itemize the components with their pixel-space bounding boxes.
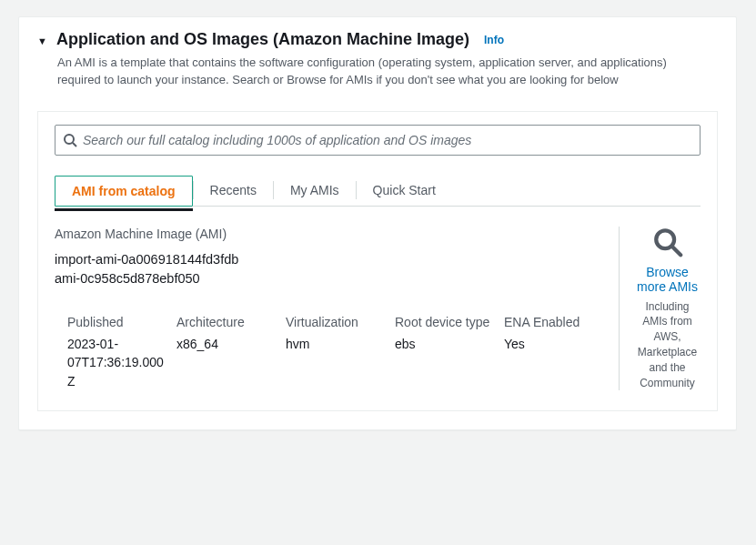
prop-root-device: Root device type ebs bbox=[395, 315, 495, 390]
ami-browse-panel: Browse more AMIs Including AMIs from AWS… bbox=[619, 227, 701, 391]
info-link[interactable]: Info bbox=[484, 34, 504, 46]
prop-label: ENA Enabled bbox=[504, 315, 604, 329]
ami-details: Amazon Machine Image (AMI) import-ami-0a… bbox=[55, 227, 604, 391]
prop-label: Virtualization bbox=[286, 315, 386, 329]
tab-recents[interactable]: Recents bbox=[194, 176, 273, 205]
tabs-row: AMI from catalog Recents My AMIs Quick S… bbox=[55, 176, 701, 207]
prop-label: Root device type bbox=[395, 315, 495, 329]
prop-label: Architecture bbox=[176, 315, 277, 329]
prop-value: Yes bbox=[504, 335, 604, 353]
ami-section-panel: ▼ Application and OS Images (Amazon Mach… bbox=[18, 16, 737, 430]
search-input[interactable] bbox=[83, 133, 692, 147]
tabs: AMI from catalog Recents My AMIs Quick S… bbox=[38, 159, 717, 207]
prop-value: 2023-01-07T17:36:19.000Z bbox=[67, 335, 167, 390]
svg-line-3 bbox=[671, 247, 680, 255]
prop-label: Published bbox=[67, 315, 167, 329]
prop-virtualization: Virtualization hvm bbox=[286, 315, 386, 390]
ami-body: Amazon Machine Image (AMI) import-ami-0a… bbox=[38, 207, 717, 411]
collapse-caret-icon[interactable]: ▼ bbox=[37, 36, 47, 46]
magnifier-icon bbox=[652, 227, 683, 257]
prop-value: ebs bbox=[395, 335, 495, 353]
ami-properties: Published 2023-01-07T17:36:19.000Z Archi… bbox=[55, 315, 604, 390]
tab-quick-start[interactable]: Quick Start bbox=[357, 176, 452, 205]
section-description: An AMI is a template that contains the s… bbox=[57, 55, 703, 89]
ami-content-box: AMI from catalog Recents My AMIs Quick S… bbox=[37, 111, 718, 412]
title-row[interactable]: ▼ Application and OS Images (Amazon Mach… bbox=[37, 30, 718, 49]
browse-subtext: Including AMIs from AWS, Marketplace and… bbox=[634, 299, 701, 391]
ami-name: import-ami-0a006918144fd3fdb bbox=[55, 250, 604, 270]
browse-more-amis-link[interactable]: Browse more AMIs bbox=[634, 265, 701, 294]
prop-architecture: Architecture x86_64 bbox=[176, 315, 277, 390]
search-icon bbox=[63, 133, 77, 147]
tab-ami-from-catalog[interactable]: AMI from catalog bbox=[55, 176, 193, 207]
svg-line-1 bbox=[73, 143, 76, 146]
prop-value: hvm bbox=[286, 335, 386, 353]
panel-header: ▼ Application and OS Images (Amazon Mach… bbox=[19, 17, 736, 98]
prop-ena: ENA Enabled Yes bbox=[504, 315, 604, 390]
prop-published: Published 2023-01-07T17:36:19.000Z bbox=[67, 315, 167, 390]
search-field[interactable] bbox=[55, 125, 701, 156]
ami-heading: Amazon Machine Image (AMI) bbox=[55, 227, 604, 241]
prop-value: x86_64 bbox=[176, 335, 277, 353]
search-wrap bbox=[38, 112, 717, 159]
svg-point-0 bbox=[65, 135, 74, 144]
ami-id: ami-0c958c5d878ebf050 bbox=[55, 269, 604, 289]
tab-my-amis[interactable]: My AMIs bbox=[274, 176, 356, 205]
section-title: Application and OS Images (Amazon Machin… bbox=[56, 30, 469, 49]
